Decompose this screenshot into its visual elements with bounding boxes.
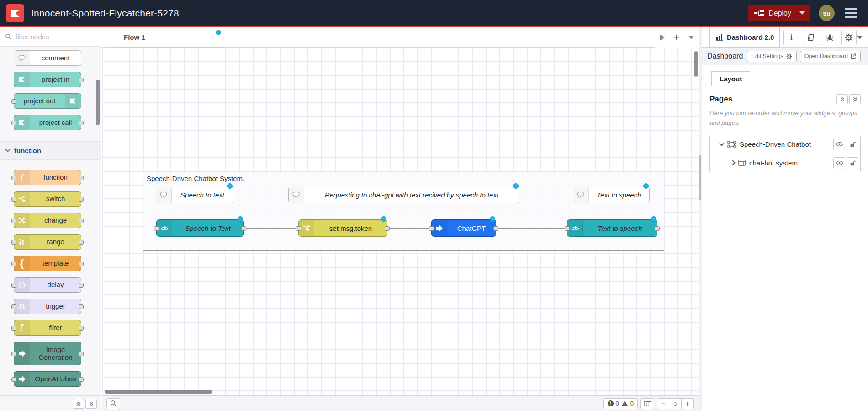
output-port[interactable] bbox=[385, 226, 390, 231]
comment-node-text-to-speech[interactable]: Text to speech bbox=[573, 187, 650, 203]
page-item-chat-bot-system[interactable]: chat-bot system bbox=[710, 154, 860, 172]
add-flow-button[interactable]: + bbox=[674, 32, 680, 43]
palette-node-template[interactable]: { template bbox=[14, 256, 81, 271]
tab-flow-1[interactable]: Flow 1 bbox=[115, 27, 224, 48]
output-port[interactable] bbox=[79, 283, 84, 288]
output-port[interactable] bbox=[493, 226, 498, 231]
unsaved-changes-dot bbox=[651, 216, 656, 222]
palette-node-project-out[interactable]: project out bbox=[14, 93, 81, 109]
collapse-all-button[interactable] bbox=[836, 94, 848, 104]
input-port[interactable] bbox=[11, 283, 16, 288]
palette-scrollbar[interactable] bbox=[96, 80, 100, 125]
node-text-to-speech[interactable]: </> Text to speech bbox=[567, 219, 657, 237]
node-chatgpt[interactable]: ChatGPT bbox=[431, 219, 496, 237]
palette-node-project-call[interactable]: project call bbox=[14, 115, 81, 130]
notification-counts[interactable]: ! 0 0 bbox=[603, 398, 638, 409]
main-menu-icon[interactable] bbox=[845, 8, 857, 18]
output-port[interactable] bbox=[79, 262, 84, 266]
input-port[interactable] bbox=[11, 326, 16, 331]
canvas-horizontal-scrollbar[interactable] bbox=[105, 390, 212, 394]
user-avatar[interactable]: su bbox=[819, 5, 835, 21]
node-set-msg-token[interactable]: set msg.token bbox=[298, 219, 387, 237]
lock-button[interactable] bbox=[847, 139, 858, 150]
input-port[interactable] bbox=[11, 240, 16, 245]
page-item-speech-driven-chatbot[interactable]: Speech-Driven Chatbot S bbox=[710, 135, 860, 154]
wire[interactable] bbox=[498, 228, 565, 229]
input-port[interactable] bbox=[11, 304, 16, 309]
output-port[interactable] bbox=[79, 352, 84, 356]
output-port[interactable] bbox=[79, 326, 84, 331]
open-dashboard-button[interactable]: Open Dashboard bbox=[800, 51, 861, 62]
sidebar-menu-caret-icon[interactable] bbox=[857, 36, 863, 39]
sidebar-splitter[interactable] bbox=[699, 27, 702, 411]
palette-category-function[interactable]: function bbox=[0, 141, 101, 160]
input-port[interactable] bbox=[429, 226, 434, 231]
input-port[interactable] bbox=[565, 226, 570, 231]
output-port[interactable] bbox=[655, 226, 660, 231]
navigator-button[interactable] bbox=[640, 398, 654, 409]
palette-node-range[interactable]: range bbox=[14, 234, 81, 250]
output-port[interactable] bbox=[79, 219, 84, 223]
palette-node-trigger[interactable]: trigger bbox=[14, 299, 81, 314]
palette-node-project-in[interactable]: project in bbox=[14, 72, 81, 87]
canvas-search-button[interactable] bbox=[106, 398, 120, 409]
zoom-reset-button[interactable]: ○ bbox=[669, 398, 682, 409]
chevron-right-icon[interactable] bbox=[730, 160, 735, 165]
debug-tab-button[interactable] bbox=[822, 30, 837, 45]
palette-node-openai-ubos[interactable]: OpenAI Ubos bbox=[14, 371, 81, 387]
palette-node-image-generation[interactable]: Image Generation bbox=[14, 342, 81, 365]
flow-group[interactable]: Speech-Driven Chatbot System. bbox=[143, 172, 664, 251]
palette-node-function[interactable]: ƒ function bbox=[14, 170, 81, 185]
output-port[interactable] bbox=[79, 176, 84, 180]
input-port[interactable] bbox=[11, 377, 16, 382]
comment-node-speech-to-text[interactable]: Speech to text bbox=[156, 187, 233, 203]
node-speech-to-text[interactable]: </> Speech to Text bbox=[156, 219, 244, 237]
chevron-down-icon[interactable] bbox=[719, 141, 724, 146]
palette-collapse-all-button[interactable] bbox=[73, 399, 84, 409]
palette-node-comment[interactable]: comment bbox=[14, 50, 81, 66]
lock-button[interactable] bbox=[847, 157, 858, 169]
output-port[interactable] bbox=[79, 377, 84, 382]
input-port[interactable] bbox=[11, 219, 16, 223]
tab-dashboard-2[interactable]: Dashboard 2.0 bbox=[709, 27, 780, 48]
input-port[interactable] bbox=[11, 197, 16, 202]
info-tab-button[interactable]: i bbox=[783, 30, 799, 45]
deploy-options-caret-icon[interactable] bbox=[799, 11, 805, 15]
flow-canvas[interactable]: Speech-Driven Chatbot System. Speech to … bbox=[102, 48, 699, 395]
zoom-in-button[interactable]: + bbox=[682, 398, 694, 409]
deploy-button[interactable]: Deploy bbox=[748, 5, 810, 21]
output-port[interactable] bbox=[79, 78, 84, 82]
tab-layout[interactable]: Layout bbox=[711, 71, 750, 86]
visibility-button[interactable] bbox=[833, 139, 845, 150]
tab-scroll-icon[interactable] bbox=[660, 34, 665, 41]
wire[interactable] bbox=[390, 228, 429, 229]
help-tab-button[interactable] bbox=[803, 30, 818, 45]
input-port[interactable] bbox=[11, 121, 16, 125]
palette-node-delay[interactable]: delay bbox=[14, 277, 81, 293]
edit-settings-button[interactable]: Edit Settings bbox=[747, 51, 797, 62]
output-port[interactable] bbox=[79, 121, 84, 125]
input-port[interactable] bbox=[11, 176, 16, 180]
input-port[interactable] bbox=[11, 99, 16, 104]
visibility-button[interactable] bbox=[833, 157, 845, 169]
wire[interactable] bbox=[246, 228, 296, 229]
input-port[interactable] bbox=[11, 262, 16, 266]
input-port[interactable] bbox=[154, 226, 159, 231]
zoom-out-button[interactable]: − bbox=[657, 398, 669, 409]
palette-node-filter[interactable]: filter bbox=[14, 320, 81, 336]
output-port[interactable] bbox=[79, 240, 84, 245]
input-port[interactable] bbox=[11, 352, 16, 356]
flow-list-caret-icon[interactable] bbox=[688, 36, 694, 39]
canvas-vertical-scrollbar[interactable] bbox=[694, 51, 698, 77]
expand-all-button[interactable] bbox=[849, 94, 861, 104]
comment-node-chatgpt-request[interactable]: Requesting to chat-gpt with text recived… bbox=[288, 187, 519, 203]
palette-search[interactable]: filter nodes bbox=[0, 27, 101, 47]
output-port[interactable] bbox=[79, 304, 84, 309]
output-port[interactable] bbox=[79, 197, 84, 202]
input-port[interactable] bbox=[296, 226, 301, 231]
config-nodes-button[interactable] bbox=[841, 30, 857, 45]
palette-node-switch[interactable]: switch bbox=[14, 191, 81, 207]
palette-node-change[interactable]: change bbox=[14, 213, 81, 228]
output-port[interactable] bbox=[241, 226, 246, 231]
palette-expand-all-button[interactable] bbox=[85, 399, 97, 409]
